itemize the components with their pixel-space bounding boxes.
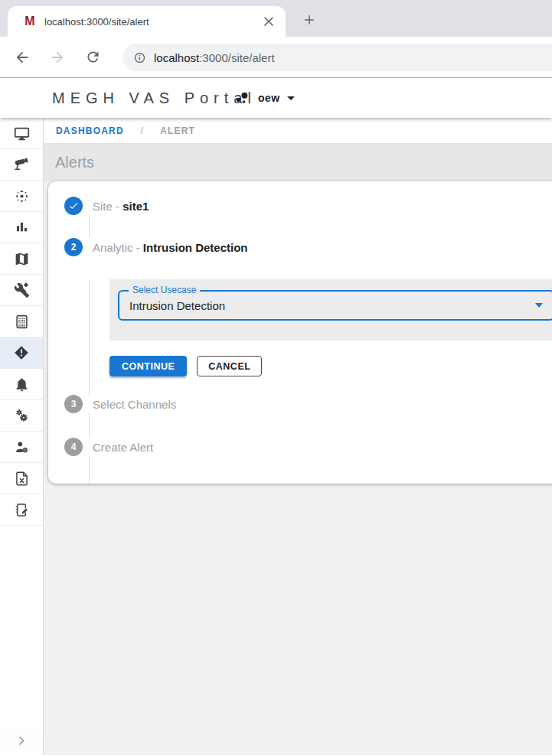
desktop-icon bbox=[14, 125, 30, 142]
notes-edit-icon bbox=[14, 502, 30, 518]
step4-label: Create Alert bbox=[93, 441, 153, 454]
step1-check-circle bbox=[64, 197, 83, 215]
map-icon bbox=[14, 251, 30, 267]
sidebar-nav bbox=[0, 118, 44, 755]
cancel-button[interactable]: CANCEL bbox=[197, 356, 262, 376]
step2-label: Analytic - Intrusion Detection bbox=[93, 241, 248, 254]
chevron-right-icon bbox=[15, 735, 28, 747]
chevron-down-icon bbox=[287, 96, 295, 100]
usecase-select[interactable]: Select Usecase Intrusion Detection bbox=[118, 290, 552, 321]
sidebar-item-settings[interactable] bbox=[0, 400, 43, 432]
main-content: DASHBOARD / ALERT Alerts Site - site1 2 bbox=[44, 118, 552, 755]
sidebar-item-analytics[interactable] bbox=[0, 212, 43, 243]
sidebar-expand-button[interactable] bbox=[0, 729, 43, 752]
app-brand: MEGH VAS Portal bbox=[52, 90, 256, 107]
alert-report-icon bbox=[13, 344, 30, 361]
usecase-select-value: Intrusion Detection bbox=[119, 299, 225, 312]
step-connector bbox=[89, 215, 552, 238]
browser-toolbar: localhost:3000/site/alert bbox=[0, 37, 552, 78]
sidebar-item-alerts[interactable] bbox=[0, 337, 43, 369]
step-analytic[interactable]: 2 Analytic - Intrusion Detection bbox=[64, 238, 552, 256]
info-icon[interactable] bbox=[133, 51, 146, 64]
tab-close-icon[interactable] bbox=[261, 14, 276, 29]
app-header: MEGH VAS Portal oew bbox=[0, 78, 552, 118]
site-favicon: M bbox=[23, 15, 37, 28]
step2-content: Select Usecase Intrusion Detection CONTI… bbox=[89, 279, 552, 395]
page-title: Alerts bbox=[55, 154, 94, 171]
continue-button[interactable]: CONTINUE bbox=[109, 356, 187, 376]
step3-circle: 3 bbox=[64, 395, 83, 413]
sidebar-item-tools[interactable] bbox=[0, 275, 43, 306]
sidebar-item-map[interactable] bbox=[0, 243, 43, 275]
new-tab-button[interactable] bbox=[299, 9, 320, 31]
sidebar-item-pan-control[interactable] bbox=[0, 181, 43, 212]
notifications-bell-icon bbox=[14, 376, 30, 393]
sidebar-item-logs[interactable] bbox=[0, 494, 43, 526]
forward-icon[interactable] bbox=[44, 44, 70, 70]
breadcrumb: DASHBOARD / ALERT bbox=[44, 118, 552, 144]
sidebar-item-user-management[interactable] bbox=[0, 432, 43, 463]
usecase-select-label: Select Usecase bbox=[129, 285, 200, 295]
step-connector bbox=[89, 413, 552, 438]
alert-wizard-card: Site - site1 2 Analytic - Intrusion Dete… bbox=[48, 181, 552, 484]
cctv-camera-icon bbox=[13, 156, 30, 173]
browser-tab[interactable]: M localhost:3000/site/alert bbox=[8, 6, 286, 37]
step3-label: Select Channels bbox=[93, 398, 176, 411]
sidebar-item-calculator[interactable] bbox=[0, 306, 43, 337]
back-icon[interactable] bbox=[9, 44, 35, 70]
step2-circle: 2 bbox=[64, 238, 83, 256]
breadcrumb-alert: ALERT bbox=[160, 125, 195, 136]
step-site[interactable]: Site - site1 bbox=[64, 197, 552, 215]
bubble-chart-icon bbox=[234, 90, 251, 106]
user-name: oew bbox=[258, 92, 280, 104]
step-connector bbox=[89, 456, 552, 484]
user-menu[interactable]: oew bbox=[234, 78, 295, 118]
browser-tab-strip: M localhost:3000/site/alert bbox=[0, 0, 552, 37]
bar-chart-icon bbox=[14, 220, 30, 236]
tools-icon bbox=[14, 282, 30, 298]
calculator-icon bbox=[14, 314, 30, 330]
check-icon bbox=[68, 200, 79, 211]
select-caret-icon[interactable] bbox=[535, 303, 543, 308]
address-bar[interactable]: localhost:3000/site/alert bbox=[122, 44, 552, 71]
settings-gears-icon bbox=[14, 408, 30, 424]
url-text: localhost:3000/site/alert bbox=[154, 51, 275, 64]
document-x-icon bbox=[14, 471, 30, 487]
sidebar-item-reports[interactable] bbox=[0, 463, 43, 494]
breadcrumb-dashboard[interactable]: DASHBOARD bbox=[56, 125, 124, 136]
sidebar-item-cameras[interactable] bbox=[0, 149, 43, 181]
tab-title: localhost:3000/site/alert bbox=[44, 16, 261, 28]
sidebar-item-dashboard[interactable] bbox=[0, 118, 43, 149]
step-create-alert: 4 Create Alert bbox=[64, 438, 552, 456]
breadcrumb-separator: / bbox=[141, 125, 143, 136]
step1-label: Site - site1 bbox=[93, 200, 149, 213]
usecase-panel: Select Usecase Intrusion Detection bbox=[109, 279, 552, 341]
sidebar-item-notifications[interactable] bbox=[0, 369, 43, 400]
user-settings-icon bbox=[14, 439, 30, 455]
reload-icon[interactable] bbox=[80, 44, 106, 70]
step4-circle: 4 bbox=[64, 438, 83, 456]
page-title-bar: Alerts bbox=[44, 144, 552, 181]
pan-control-icon bbox=[14, 188, 30, 204]
step-select-channels: 3 Select Channels bbox=[64, 395, 552, 413]
